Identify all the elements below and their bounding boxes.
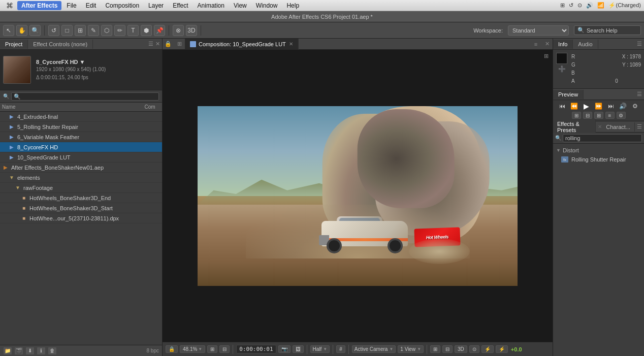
effects-item-rolling-shutter[interactable]: fx Rolling Shutter Repair [553,155,644,164]
comp-tab-active[interactable]: Composition: 10_SpeedGrade LUT ✕ [185,39,299,50]
vc-lock-btn[interactable]: 🔒 [166,345,178,353]
preview-panel-menu[interactable]: ☰ [635,91,644,98]
interpret-btn[interactable]: ℹ [37,347,46,355]
vc-grid-btn[interactable]: # [336,345,345,353]
vc-camera-dropdown[interactable]: Active Camera ▼ [352,345,396,353]
vc-timecode[interactable]: 0:00:00:01 [236,345,276,353]
comp-tab-close[interactable]: ✕ [289,41,293,47]
preview-opt-2[interactable]: ⊟ [583,112,592,119]
transport-last[interactable]: ⏭ [606,102,616,110]
list-item[interactable]: ▶ 4_Extruded-final [0,112,162,122]
comp-panel-menu[interactable]: ≡ [530,39,541,50]
tab-info[interactable]: Info [553,40,573,49]
shape-tool[interactable]: ⬢ [141,25,152,36]
effects-category-distort[interactable]: ▼ Distort [553,146,644,155]
tab-audio[interactable]: Audio [573,40,598,49]
pin-tool[interactable]: 📌 [154,25,165,36]
item-label: 8_CycoreFX HD [17,144,160,150]
workspace-dropdown[interactable]: Standard [508,25,569,36]
tab-character[interactable]: Charact... [602,122,635,132]
list-item[interactable]: ■ HotWheels_BoneShaker3D_End [0,193,162,203]
menu-view[interactable]: View [230,1,251,10]
tab-effects-presets[interactable]: Effects & Presets [553,119,596,135]
transport-next[interactable]: ⏩ [594,102,604,110]
menu-file[interactable]: File [62,1,80,10]
vc-view-dropdown[interactable]: 1 View ▼ [398,345,424,353]
vc-draft-btn[interactable]: ⚡ [481,345,494,353]
vc-motion-blur-btn[interactable]: ⊙ [469,345,479,353]
effects-tab-close[interactable]: ✕ [598,124,602,130]
list-item[interactable]: ▶ 6_Variable Mask Feather [0,132,162,142]
vc-fast-preview-btn[interactable]: ⚡ [496,345,508,353]
vc-zoom-btn[interactable]: 48.1% ▼ [180,345,205,353]
vc-show-snapshot-btn[interactable]: 🖼 [293,345,304,353]
type-tool[interactable]: T [127,25,139,36]
vc-output-btn[interactable]: ⊟ [442,345,453,353]
list-item[interactable]: ▶ 5_Rolling Shutter Repair [0,122,162,132]
apple-menu[interactable]: ⌘ [3,2,16,10]
pan-tool[interactable]: ⊞ [75,25,86,36]
pen-tool[interactable]: ✎ [88,25,99,36]
menu-edit[interactable]: Edit [82,1,101,10]
panel-close-btn[interactable]: ✕ [155,41,160,47]
transport-first[interactable]: ⏮ [557,102,567,110]
effects-search-input[interactable] [563,134,642,142]
menu-effect[interactable]: Effect [169,1,192,10]
transport-play[interactable]: ▶ [582,102,592,110]
vc-aspect-btn[interactable]: ⊟ [219,345,230,353]
import-btn[interactable]: ⬇ [25,347,35,355]
tab-preview[interactable]: Preview [553,90,584,99]
menu-layer[interactable]: Layer [144,1,168,10]
project-search-input[interactable] [11,92,159,101]
tab-effect-controls[interactable]: Effect Controls (none) [28,40,93,49]
panel-menu-btn[interactable]: ☰ [148,41,153,47]
snapping-btn[interactable]: ⊗ [173,25,184,36]
tab-lock-btn[interactable]: 🔒 [163,39,174,50]
color-swatch[interactable] [556,53,567,64]
viewer-expand-btn[interactable]: ⊞ [544,53,549,59]
rotate-tool[interactable]: ↺ [48,25,59,36]
menu-help[interactable]: Help [282,1,303,10]
menu-composition[interactable]: Composition [101,1,143,10]
list-item[interactable]: ▶ After Effects_BoneShakerNew01.aep [0,163,162,173]
paint-tool[interactable]: ✏ [114,25,125,36]
vc-quality-dropdown[interactable]: Half ▼ [310,345,330,353]
zoom-tool[interactable]: 🔍 [29,25,41,36]
preview-opt-3[interactable]: ⊞ [594,112,603,119]
preview-opt-4[interactable]: ≡ [605,112,615,119]
preview-options: ⊞ ⊟ ⊞ ≡ ⚙ [555,112,642,119]
tab-snap-btn[interactable]: ⊞ [174,39,185,50]
hand-tool[interactable]: ✋ [16,25,27,36]
transport-audio[interactable]: 🔊 [618,102,628,110]
list-item[interactable]: ▼ rawFootage [0,183,162,193]
vc-render-btn[interactable]: ⊞ [430,345,440,353]
info-panel-menu[interactable]: ☰ [635,41,644,47]
selection-tool[interactable]: ↖ [3,25,14,36]
new-folder-btn[interactable]: 📁 [3,347,12,355]
transport-prev[interactable]: ⏪ [569,102,579,110]
vc-snapshot-btn[interactable]: 📷 [278,345,291,353]
new-comp-btn[interactable]: 🎬 [14,347,23,355]
list-item[interactable]: ■ HotWhee...our_5(23710-23811).dpx [0,213,162,223]
search-input[interactable] [587,27,637,34]
menu-animation[interactable]: Animation [194,1,229,10]
effects-panel-menu[interactable]: ☰ [635,123,644,130]
camera-tool[interactable]: □ [61,25,73,36]
tab-project[interactable]: Project [0,40,28,49]
menu-window[interactable]: Window [252,1,282,10]
list-item-selected[interactable]: ▶ 8_CycoreFX HD [0,142,162,152]
preview-opt-1[interactable]: ⊞ [572,112,581,119]
list-item[interactable]: ▶ 10_SpeedGrade LUT [0,152,162,163]
mask-tool[interactable]: ⬡ [101,25,112,36]
delete-btn[interactable]: 🗑 [48,347,57,355]
transport-loop[interactable]: ⚙ [630,102,640,110]
vc-fit-btn[interactable]: ⊞ [207,345,217,353]
menu-after-effects[interactable]: After Effects [17,1,61,10]
preview-opt-5[interactable]: ⚙ [617,112,626,119]
list-item[interactable]: ■ HotWheels_BoneShaker3D_Start [0,203,162,213]
list-item[interactable]: ▼ elements [0,173,162,183]
eyedropper-btn[interactable]: ➕ [556,66,567,73]
vc-3d-btn[interactable]: 3D [455,345,467,353]
3d-btn[interactable]: 3D [186,25,197,36]
comp-panel-close[interactable]: ✕ [541,39,553,50]
